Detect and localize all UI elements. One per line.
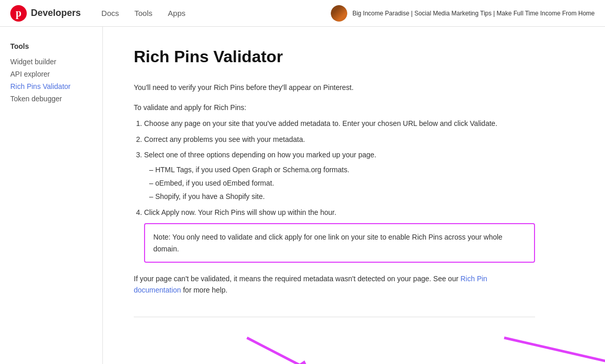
brand-name: Developers <box>31 8 81 19</box>
note-text: Note: You only need to validate and clic… <box>153 231 526 254</box>
user-name: Big Income Paradise | Social Media Marke… <box>352 10 595 17</box>
page-title: Rich Pins Validator <box>134 47 535 66</box>
step-4: Click Apply now. Your Rich Pins will sho… <box>144 207 535 263</box>
sidebar-item-token-debugger[interactable]: Token debugger <box>10 93 92 105</box>
arrows-area <box>134 338 535 364</box>
page-layout: Tools Widget builder API explorer Rich P… <box>0 27 605 364</box>
step-3: Select one of three options depending on… <box>144 149 535 203</box>
description: You'll need to verify your Rich Pins bef… <box>134 82 535 93</box>
pinterest-logo-icon: p <box>10 5 27 22</box>
steps-list: Choose any page on your site that you've… <box>134 118 535 263</box>
help-text-before: If your page can't be validated, it mean… <box>134 275 460 283</box>
sub-item-shopify: Shopify, if you have a Shopify site. <box>149 191 535 202</box>
svg-marker-1 <box>298 360 309 364</box>
nav-docs[interactable]: Docs <box>101 9 119 17</box>
sidebar-section-title: Tools <box>10 42 92 50</box>
sub-item-oembed: oEmbed, if you used oEmbed format. <box>149 177 535 189</box>
main-content: Rich Pins Validator You'll need to verif… <box>103 27 566 364</box>
sidebar-item-widget-builder[interactable]: Widget builder <box>10 56 92 68</box>
note-box: Note: You only need to validate and clic… <box>144 223 535 263</box>
step-3-sublist: HTML Tags, if you used Open Graph or Sch… <box>144 164 535 203</box>
logo-area[interactable]: p Developers <box>10 5 81 22</box>
avatar <box>331 5 347 22</box>
arrows-svg <box>134 338 535 364</box>
step-1: Choose any page on your site that you've… <box>144 118 535 129</box>
avatar-image <box>331 5 347 22</box>
svg-line-0 <box>247 338 309 364</box>
svg-line-2 <box>504 338 605 364</box>
header: p Developers Docs Tools Apps Big Income … <box>0 0 605 27</box>
divider <box>134 317 535 317</box>
sidebar: Tools Widget builder API explorer Rich P… <box>0 27 103 364</box>
sub-item-html: HTML Tags, if you used Open Graph or Sch… <box>149 164 535 175</box>
user-info[interactable]: Big Income Paradise | Social Media Marke… <box>331 5 595 22</box>
steps-intro: To validate and apply for Rich Pins: <box>134 103 535 112</box>
step-2: Correct any problems you see with your m… <box>144 134 535 145</box>
nav-tools[interactable]: Tools <box>134 9 152 17</box>
sidebar-item-rich-pins-validator[interactable]: Rich Pins Validator <box>10 80 92 93</box>
main-nav: Docs Tools Apps <box>101 9 331 17</box>
sidebar-item-api-explorer[interactable]: API explorer <box>10 68 92 80</box>
nav-apps[interactable]: Apps <box>168 9 185 17</box>
help-text: If your page can't be validated, it mean… <box>134 273 535 296</box>
help-text-after: for more help. <box>181 286 227 294</box>
